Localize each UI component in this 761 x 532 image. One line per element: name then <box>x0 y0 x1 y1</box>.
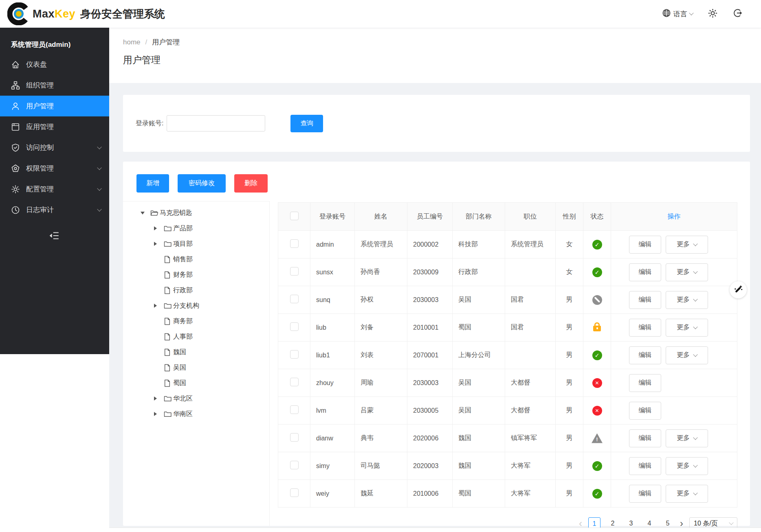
cell-employee_id: 2020006 <box>407 425 453 452</box>
tree-node[interactable]: 蜀国 <box>123 375 269 391</box>
maxkey-logo-icon <box>7 2 30 25</box>
more-button[interactable]: 更多 <box>666 346 708 364</box>
breadcrumb-home[interactable]: home <box>123 38 141 46</box>
cell-employee_id: 2030009 <box>407 258 453 286</box>
file-icon <box>164 286 173 294</box>
sidebar-item-user[interactable]: 用户管理 <box>0 96 109 116</box>
caret-down-icon[interactable] <box>141 212 150 215</box>
search-card: 登录账号: 查询 <box>123 95 750 152</box>
caret-right-icon[interactable] <box>154 304 164 308</box>
tree-node-label: 商务部 <box>173 317 193 326</box>
cell-position: 国君 <box>505 286 556 314</box>
edit-button[interactable]: 编辑 <box>629 263 661 281</box>
row-checkbox[interactable] <box>290 267 299 276</box>
tree-node[interactable]: 销售部 <box>123 252 269 267</box>
row-checkbox[interactable] <box>290 405 299 414</box>
row-checkbox[interactable] <box>290 239 299 248</box>
row-checkbox[interactable] <box>290 488 299 497</box>
cell-status <box>583 258 611 286</box>
row-checkbox[interactable] <box>290 322 299 331</box>
row-checkbox[interactable] <box>290 433 299 442</box>
tree-node-label: 华北区 <box>173 394 193 403</box>
menu-collapse-icon[interactable] <box>49 235 60 242</box>
row-checkbox[interactable] <box>290 378 299 386</box>
more-button[interactable]: 更多 <box>666 263 708 281</box>
caret-right-icon[interactable] <box>154 412 164 416</box>
row-checkbox[interactable] <box>290 350 299 359</box>
edit-button[interactable]: 编辑 <box>629 346 661 364</box>
column-header: 部门名称 <box>453 203 505 231</box>
cell-position: 大将军 <box>505 480 556 508</box>
sidebar-item-dashboard[interactable]: 仪表盘 <box>0 54 109 75</box>
more-button[interactable]: 更多 <box>666 429 708 447</box>
tree-node[interactable]: 魏国 <box>123 344 269 360</box>
chevron-down-icon <box>97 186 101 190</box>
more-button[interactable]: 更多 <box>666 485 708 503</box>
logout-icon[interactable] <box>732 8 742 20</box>
tree-node[interactable]: 华南区 <box>123 406 269 422</box>
cell-actions: 编辑 <box>611 369 737 397</box>
settings-gear-icon[interactable] <box>708 8 718 20</box>
status-active-icon <box>592 240 602 250</box>
tree-node[interactable]: 吴国 <box>123 360 269 375</box>
cell-actions: 编辑更多 <box>611 452 737 480</box>
tree-node[interactable]: 马克思钥匙 <box>123 205 269 221</box>
more-button[interactable]: 更多 <box>666 457 708 475</box>
tree-node-label: 马克思钥匙 <box>160 209 192 217</box>
caret-right-icon[interactable] <box>154 226 164 230</box>
edit-button[interactable]: 编辑 <box>629 429 661 447</box>
dashboard-icon <box>11 60 20 69</box>
cell-gender: 男 <box>556 397 583 425</box>
column-header-actions[interactable]: 操作 <box>611 203 737 231</box>
more-button[interactable]: 更多 <box>666 319 708 337</box>
sidebar-item-org[interactable]: 组织管理 <box>0 75 109 96</box>
language-selector[interactable]: 语言 <box>662 9 693 19</box>
add-button[interactable]: 新增 <box>136 174 169 193</box>
delete-button[interactable]: 删除 <box>234 174 268 193</box>
query-button[interactable]: 查询 <box>290 115 323 132</box>
caret-right-icon[interactable] <box>154 396 164 401</box>
sidebar-item-label: 访问控制 <box>26 143 54 152</box>
sidebar-item-audit[interactable]: 日志审计 <box>0 199 109 220</box>
tree-node[interactable]: 财务部 <box>123 267 269 282</box>
login-account-input[interactable] <box>167 115 265 131</box>
more-button-label: 更多 <box>677 240 690 249</box>
row-checkbox[interactable] <box>290 461 299 469</box>
row-checkbox[interactable] <box>290 295 299 303</box>
status-blocked-icon <box>592 295 602 305</box>
tree-node[interactable]: 产品部 <box>123 221 269 236</box>
edit-button[interactable]: 编辑 <box>629 457 661 475</box>
cell-employee_id: 2030003 <box>407 286 453 314</box>
file-icon <box>164 348 173 356</box>
tree-node[interactable]: 分支机构 <box>123 298 269 313</box>
tree-node[interactable]: 商务部 <box>123 313 269 329</box>
tree-node-label: 蜀国 <box>173 379 186 388</box>
edit-button[interactable]: 编辑 <box>629 291 661 309</box>
sidebar-item-access[interactable]: 访问控制 <box>0 137 109 158</box>
config-icon <box>11 185 20 194</box>
more-button[interactable]: 更多 <box>666 291 708 309</box>
edit-button[interactable]: 编辑 <box>629 374 661 392</box>
edit-button[interactable]: 编辑 <box>629 236 661 254</box>
tree-node[interactable]: 行政部 <box>123 282 269 298</box>
tree-node[interactable]: 华北区 <box>123 391 269 406</box>
edit-button[interactable]: 编辑 <box>629 485 661 503</box>
table-row: dianw典韦2020006魏国镇军将军男编辑更多 <box>278 425 737 452</box>
more-button[interactable]: 更多 <box>666 236 708 254</box>
folder-icon <box>164 394 173 403</box>
sidebar-item-label: 应用管理 <box>26 122 54 131</box>
sidebar-item-config[interactable]: 配置管理 <box>0 179 109 199</box>
table-row: weiy魏延2010006蜀国大将军男编辑更多 <box>278 480 737 508</box>
caret-right-icon[interactable] <box>154 242 164 246</box>
cell-position: 大将军 <box>505 452 556 480</box>
tree-node-label: 项目部 <box>173 240 193 248</box>
change-password-button[interactable]: 密码修改 <box>178 174 226 193</box>
sidebar-item-app[interactable]: 应用管理 <box>0 116 109 137</box>
sidebar-item-permission[interactable]: 权限管理 <box>0 158 109 179</box>
tree-node[interactable]: 项目部 <box>123 236 269 252</box>
tree-node[interactable]: 人事部 <box>123 329 269 344</box>
select-all-checkbox[interactable] <box>290 212 299 220</box>
edit-button[interactable]: 编辑 <box>629 402 661 420</box>
chevron-down-icon <box>729 520 733 525</box>
edit-button[interactable]: 编辑 <box>629 319 661 337</box>
